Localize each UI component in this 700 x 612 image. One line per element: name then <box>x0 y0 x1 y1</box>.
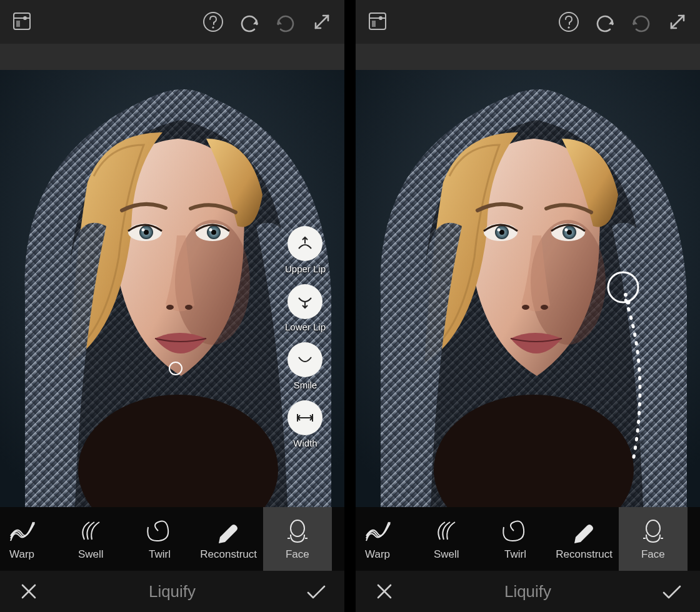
tool-swell[interactable]: Swell <box>412 507 481 571</box>
gesture-trail-icon <box>356 70 700 507</box>
smile-icon <box>288 342 322 377</box>
reconstruct-icon <box>215 517 242 545</box>
tool-twirl[interactable]: Twirl <box>125 507 194 571</box>
tool-label: Reconstruct <box>200 548 257 561</box>
flyout-label: Width <box>293 438 317 448</box>
editor-pane-left: Upper Lip Lower Lip Smile Width W <box>0 0 344 612</box>
tool-warp[interactable]: Warp <box>0 507 56 571</box>
top-toolbar <box>0 0 344 44</box>
swell-icon <box>432 517 460 545</box>
tool-label: Swell <box>78 548 104 561</box>
svg-point-32 <box>626 300 631 305</box>
liquify-tool-row: Warp Swell Twirl Reconstruct Face <box>0 507 344 571</box>
undo-icon[interactable] <box>594 11 616 33</box>
upper-lip-icon <box>288 226 322 261</box>
help-icon[interactable] <box>202 11 224 33</box>
bottom-action-bar: Liquify <box>356 571 700 612</box>
flyout-width[interactable]: Width <box>288 400 322 448</box>
compare-icon[interactable] <box>367 11 389 33</box>
expand-icon[interactable] <box>666 11 689 33</box>
flyout-label: Upper Lip <box>285 264 326 274</box>
flyout-label: Lower Lip <box>285 322 326 332</box>
compare-icon[interactable] <box>11 11 34 33</box>
width-icon <box>288 400 322 435</box>
tool-swell[interactable]: Swell <box>56 507 125 571</box>
reconstruct-icon <box>571 517 598 545</box>
top-toolbar <box>356 0 700 44</box>
twirl-icon <box>501 517 529 545</box>
cancel-icon[interactable] <box>373 580 396 603</box>
tool-label: Reconstruct <box>556 548 612 561</box>
face-lip-flyout: Upper Lip Lower Lip Smile Width <box>285 226 326 448</box>
tool-face[interactable]: Face <box>619 507 688 571</box>
secondary-toolbar <box>356 44 700 70</box>
svg-point-31 <box>608 272 638 302</box>
tool-label: Twirl <box>149 548 171 561</box>
twirl-icon <box>146 517 173 545</box>
editor-pane-right: Warp Swell Twirl Reconstruct Face Liquif… <box>356 0 700 612</box>
tool-twirl[interactable]: Twirl <box>481 507 549 571</box>
liquify-tool-row: Warp Swell Twirl Reconstruct Face <box>356 507 700 571</box>
face-icon <box>284 517 311 545</box>
mouth-marker-icon[interactable] <box>169 362 182 375</box>
screen-title: Liquify <box>504 582 551 601</box>
lower-lip-icon <box>288 284 322 319</box>
tool-reconstruct[interactable]: Reconstruct <box>194 507 263 571</box>
redo-icon[interactable] <box>630 11 652 33</box>
confirm-icon[interactable] <box>304 580 327 603</box>
tool-label: Face <box>286 548 309 561</box>
flyout-label: Smile <box>294 380 318 390</box>
face-icon <box>639 517 667 545</box>
warp-icon <box>364 517 391 545</box>
swell-icon <box>77 517 104 545</box>
warp-icon <box>8 517 36 545</box>
secondary-toolbar <box>0 44 344 70</box>
confirm-icon[interactable] <box>660 580 682 603</box>
flyout-lower-lip[interactable]: Lower Lip <box>285 284 326 332</box>
svg-point-33 <box>624 293 628 297</box>
tool-label: Warp <box>9 548 34 561</box>
tool-warp[interactable]: Warp <box>356 507 412 571</box>
tool-label: Warp <box>365 548 390 561</box>
help-icon[interactable] <box>558 11 580 33</box>
image-canvas[interactable] <box>356 70 700 507</box>
undo-icon[interactable] <box>238 11 261 33</box>
expand-icon[interactable] <box>311 11 333 33</box>
flyout-upper-lip[interactable]: Upper Lip <box>285 226 326 274</box>
tool-face[interactable]: Face <box>263 507 332 571</box>
tool-label: Swell <box>434 548 459 561</box>
bottom-action-bar: Liquify <box>0 571 344 612</box>
tool-reconstruct[interactable]: Reconstruct <box>550 507 619 571</box>
screen-title: Liquify <box>149 582 196 601</box>
redo-icon[interactable] <box>274 11 297 33</box>
image-canvas[interactable]: Upper Lip Lower Lip Smile Width <box>0 70 344 507</box>
tool-label: Twirl <box>504 548 526 561</box>
flyout-smile[interactable]: Smile <box>288 342 322 390</box>
cancel-icon[interactable] <box>18 580 40 603</box>
tool-label: Face <box>641 548 665 561</box>
